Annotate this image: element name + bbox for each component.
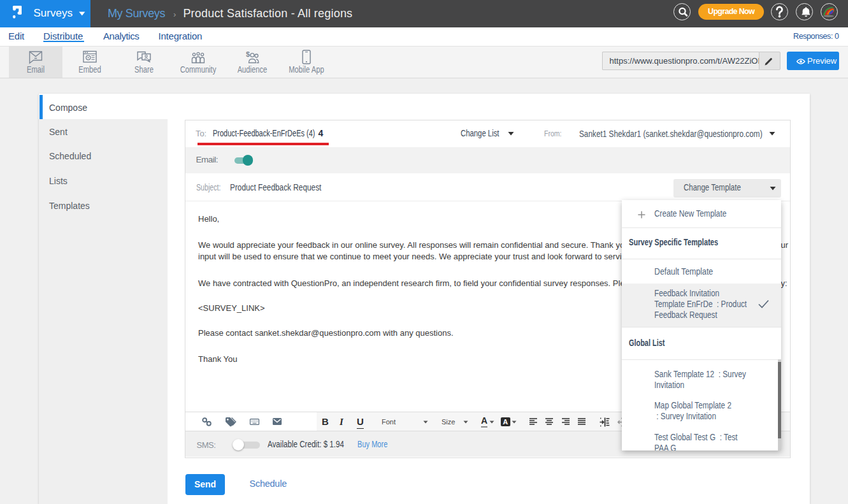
svg-text:$: $ — [246, 50, 250, 58]
